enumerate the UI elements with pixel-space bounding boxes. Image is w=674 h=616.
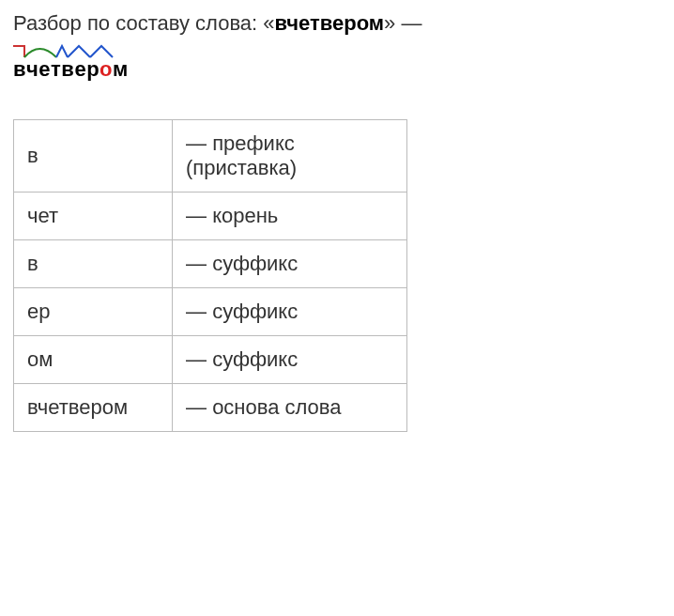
char: ч (26, 57, 38, 82)
morpheme-desc: основа слова (173, 383, 407, 431)
char: р (86, 57, 100, 82)
heading: Разбор по составу слова: «вчетвером» — (13, 9, 661, 38)
char: в (13, 57, 26, 82)
suffix-chevron-icon (90, 46, 113, 57)
heading-suffix: » — (384, 11, 421, 35)
morpheme-part: в (14, 119, 173, 192)
morpheme-desc: суффикс (173, 239, 407, 287)
heading-prefix: Разбор по составу слова: « (13, 11, 275, 35)
morpheme-desc: суффикс (173, 335, 407, 383)
morpheme-desc: корень (173, 192, 407, 239)
char: т (51, 57, 61, 82)
table-row: вчетвером основа слова (14, 383, 407, 431)
morpheme-part: в (14, 239, 173, 287)
morpheme-part: чет (14, 192, 173, 239)
char: е (38, 57, 51, 82)
table-row: в суффикс (14, 239, 407, 287)
char: м (113, 57, 129, 82)
morpheme-desc: префикс (приставка) (173, 119, 407, 192)
morpheme-desc: суффикс (173, 287, 407, 335)
heading-word: вчетвером (275, 11, 385, 35)
char-highlight: о (100, 57, 113, 82)
prefix-marker-icon (13, 46, 24, 57)
char: е (74, 57, 86, 82)
table-row: чет корень (14, 192, 407, 239)
suffix-chevron-icon (56, 46, 68, 57)
char: в (61, 57, 74, 82)
morpheme-part: ом (14, 335, 173, 383)
root-arc-icon (24, 49, 56, 57)
morpheme-word: вчетвером (13, 57, 129, 82)
table-row: в префикс (приставка) (14, 119, 407, 192)
morpheme-table: в префикс (приставка) чет корень в суффи… (13, 119, 407, 432)
table-row: ер суффикс (14, 287, 407, 335)
table-row: ом суффикс (14, 335, 407, 383)
morpheme-part: вчетвером (14, 383, 173, 431)
suffix-chevron-icon (68, 46, 90, 57)
morpheme-part: ер (14, 287, 173, 335)
